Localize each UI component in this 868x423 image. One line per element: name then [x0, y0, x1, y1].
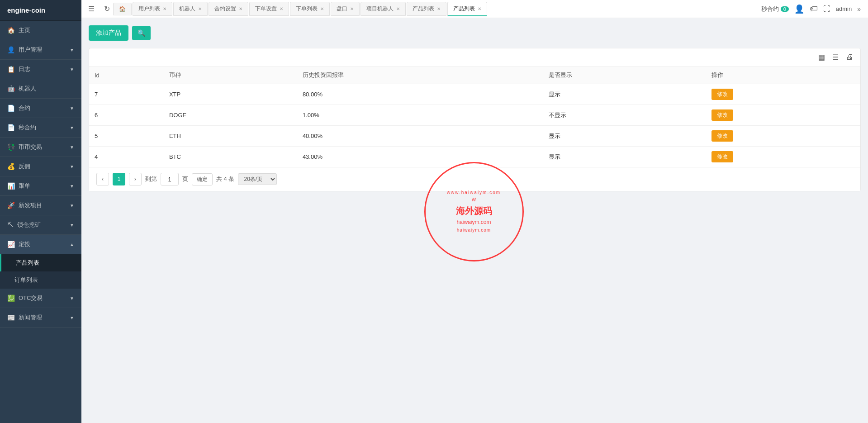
tab-project-robot[interactable]: 项目机器人 ✕	[360, 2, 406, 16]
sidebar-logo: engine-coin	[0, 0, 81, 21]
tag-icon[interactable]: 🏷	[810, 4, 818, 14]
chevron-down-icon: ▼	[70, 296, 74, 301]
sidebar-item-robot[interactable]: 🤖 机器人	[0, 79, 81, 99]
cell-action: 修改	[706, 84, 860, 105]
tab-order-list-label: 下单列表	[296, 5, 318, 13]
cell-currency: DOGE	[164, 105, 297, 126]
home-tab-icon: 🏠	[119, 6, 126, 12]
chevron-down-icon: ▼	[70, 203, 74, 208]
admin-label[interactable]: admin	[836, 5, 852, 12]
add-product-button[interactable]: 添加产品	[89, 25, 128, 41]
lock-mine-icon: ⛏	[7, 221, 14, 228]
sidebar-item-log[interactable]: 📋 日志 ▼	[0, 60, 81, 79]
cell-action: 修改	[706, 147, 860, 167]
close-icon[interactable]: ✕	[163, 6, 166, 11]
user-profile-icon[interactable]: 👤	[794, 4, 804, 14]
close-icon[interactable]: ✕	[320, 6, 324, 11]
sidebar-sub-order-list-label: 订单列表	[14, 276, 38, 284]
tab-order-list[interactable]: 下单列表 ✕	[290, 2, 330, 16]
sidebar-sub-product-list[interactable]: 产品列表	[0, 254, 81, 271]
page-content: 添加产品 🔍 ▦ ☰ 🖨 Id 币种 历史投资回报率 是否显示	[81, 18, 868, 423]
sidebar-item-fixed-invest-label: 定投	[19, 240, 30, 248]
sidebar-item-coin-trade[interactable]: 💱 币币交易 ▼	[0, 138, 81, 157]
edit-button[interactable]: 修改	[711, 109, 733, 121]
table-row: 5ETH40.00%显示修改	[89, 126, 860, 147]
sidebar-item-contract[interactable]: 📄 合约 ▼	[0, 99, 81, 118]
close-icon[interactable]: ✕	[478, 6, 481, 11]
page-number-input[interactable]	[161, 173, 179, 185]
contract-icon: 📄	[7, 105, 15, 112]
cell-currency: XTP	[164, 84, 297, 105]
table-row: 6DOGE1.00%不显示修改	[89, 105, 860, 126]
collapse-icon[interactable]: ☰	[85, 3, 98, 15]
tab-order-settings[interactable]: 下单设置 ✕	[249, 2, 289, 16]
refresh-icon[interactable]: ↻	[100, 3, 113, 15]
page-confirm-button[interactable]: 确定	[192, 173, 213, 185]
edit-button[interactable]: 修改	[711, 151, 733, 162]
cell-history-roi: 43.00%	[297, 147, 543, 167]
sidebar-item-news-mgmt[interactable]: 📰 新闻管理 ▼	[0, 308, 81, 328]
product-table: Id 币种 历史投资回报率 是否显示 操作 7XTP80.00%显示修改6DOG…	[89, 67, 860, 167]
fixed-invest-icon: 📈	[7, 241, 15, 248]
close-icon[interactable]: ✕	[350, 6, 354, 11]
tab-product-list[interactable]: 产品列表 ✕	[407, 2, 446, 16]
sidebar-item-otc[interactable]: 💹 OTC交易 ▼	[0, 289, 81, 308]
sidebar-item-rebate[interactable]: 💰 反佣 ▼	[0, 157, 81, 176]
close-icon[interactable]: ✕	[239, 6, 242, 11]
table-row: 4BTC43.00%显示修改	[89, 147, 860, 167]
close-icon[interactable]: ✕	[437, 6, 441, 11]
topbar: ☰ ↻ 🏠 用户列表 ✕ 机器人 ✕ 合约设置 ✕ 下单设置 ✕	[81, 0, 868, 18]
tab-robot[interactable]: 机器人 ✕	[173, 2, 208, 16]
cell-id: 4	[89, 147, 164, 167]
grid-view-icon[interactable]: ▦	[816, 52, 827, 62]
sidebar-item-home[interactable]: 🏠 主页	[0, 21, 81, 40]
sidebar-item-follow-order-label: 跟单	[19, 182, 30, 190]
next-page-button[interactable]: ›	[129, 173, 142, 185]
cell-currency: ETH	[164, 126, 297, 147]
coin-trade-icon: 💱	[7, 143, 15, 151]
sidebar-item-rebate-label: 反佣	[19, 162, 30, 171]
chevron-down-icon: ▼	[70, 106, 74, 111]
expand-icon[interactable]: ⛶	[823, 5, 830, 13]
cell-is-show: 显示	[543, 147, 706, 167]
prev-page-button[interactable]: ‹	[96, 173, 109, 185]
flash-contract-btn[interactable]: 秒合约 0	[761, 5, 789, 13]
topbar-tabs: 🏠 用户列表 ✕ 机器人 ✕ 合约设置 ✕ 下单设置 ✕ 下单列表 ✕	[113, 2, 761, 16]
search-button[interactable]: 🔍	[132, 26, 151, 40]
tab-home[interactable]: 🏠	[113, 3, 132, 15]
sidebar-sub-order-list[interactable]: 订单列表	[0, 271, 81, 289]
pagination: ‹ 1 › 到第 页 确定 共 4 条 10条/页 20条/页 50条/页 10…	[89, 167, 860, 191]
sidebar-item-lock-mine[interactable]: ⛏ 锁仓挖矿 ▼	[0, 215, 81, 235]
otc-icon: 💹	[7, 295, 15, 302]
topbar-left: ☰ ↻	[85, 3, 113, 15]
sidebar-item-fixed-invest[interactable]: 📈 定投 ▲	[0, 235, 81, 254]
tab-product-list-active-label: 产品列表	[453, 5, 475, 13]
sidebar-item-user-mgmt[interactable]: 👤 用户管理 ▼	[0, 40, 81, 60]
close-icon[interactable]: ✕	[280, 6, 283, 11]
close-icon[interactable]: ✕	[396, 6, 400, 11]
cell-history-roi: 80.00%	[297, 84, 543, 105]
cell-action: 修改	[706, 126, 860, 147]
tab-contract-settings[interactable]: 合约设置 ✕	[209, 2, 248, 16]
page-size-select[interactable]: 10条/页 20条/页 50条/页 100条/页	[238, 173, 277, 185]
chevron-up-icon: ▲	[70, 242, 74, 247]
close-icon[interactable]: ✕	[198, 6, 202, 11]
tab-product-list-active[interactable]: 产品列表 ✕	[447, 2, 487, 16]
page-1-button[interactable]: 1	[113, 173, 125, 185]
sidebar-item-follow-order[interactable]: 📊 跟单 ▼	[0, 176, 81, 196]
tab-user-list[interactable]: 用户列表 ✕	[133, 2, 172, 16]
print-icon[interactable]: 🖨	[844, 52, 855, 62]
tab-disk[interactable]: 盘口 ✕	[331, 2, 360, 16]
sidebar-item-lock-mine-label: 锁仓挖矿	[17, 221, 41, 229]
log-icon: 📋	[7, 66, 15, 73]
sidebar-item-flash-contract-label: 秒合约	[19, 124, 36, 132]
sidebar-item-new-project[interactable]: 🚀 新发项目 ▼	[0, 196, 81, 215]
chevron-down-icon: ▼	[70, 48, 74, 52]
list-view-icon[interactable]: ☰	[830, 52, 840, 62]
sidebar-item-flash-contract[interactable]: 📄 秒合约 ▼	[0, 118, 81, 138]
page-toolbar: 添加产品 🔍	[89, 25, 861, 41]
edit-button[interactable]: 修改	[711, 89, 733, 100]
chevron-down-icon: ▼	[70, 315, 74, 320]
more-tabs-icon[interactable]: »	[857, 5, 861, 13]
edit-button[interactable]: 修改	[711, 130, 733, 142]
